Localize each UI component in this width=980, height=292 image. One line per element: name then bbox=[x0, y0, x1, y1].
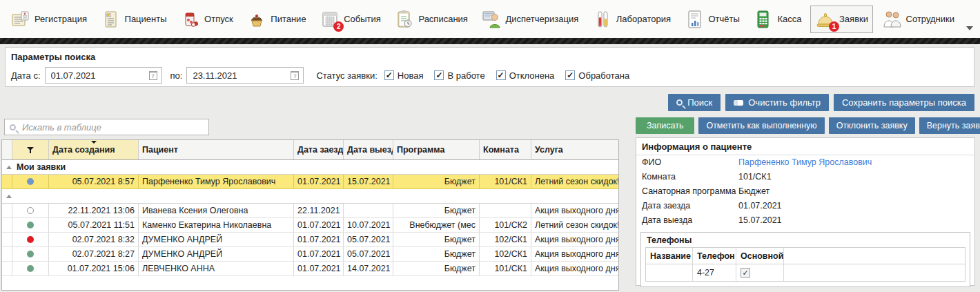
table-search-field[interactable] bbox=[4, 119, 209, 135]
table-cell: 05.07.2021 bbox=[344, 247, 393, 261]
table-cell: ЛЕВЧЕНКО АННА bbox=[139, 262, 294, 275]
table-cell: Акция выходного дня bbox=[531, 204, 619, 217]
table-header-service[interactable]: Услуга bbox=[531, 140, 619, 159]
toolbar-item-patients[interactable]: Пациенты bbox=[96, 6, 172, 33]
table-header-status[interactable] bbox=[12, 140, 49, 159]
field-label: Санаторная программа bbox=[642, 186, 738, 197]
calendar-picker-icon[interactable] bbox=[291, 71, 299, 80]
search-params-title: Параметры поиска bbox=[6, 48, 974, 62]
collapse-triangle-icon[interactable] bbox=[6, 166, 12, 169]
calendar-picker-icon[interactable] bbox=[149, 71, 157, 80]
table-row[interactable]: 22.11.2021 13:06Иванева Ксения Олеговна2… bbox=[2, 204, 618, 218]
column-title: Комната bbox=[483, 145, 519, 155]
search-params-row: Дата с: по: Статус заявки: ✓Новая✓В рабо… bbox=[11, 67, 974, 84]
status-cell bbox=[12, 262, 49, 275]
toolbar-item-bell[interactable]: 1Заявки bbox=[810, 6, 873, 33]
status-checkbox[interactable]: ✓Новая bbox=[384, 70, 424, 81]
table-row[interactable]: 05.07.2021 11:51Каменко Екатерина Никола… bbox=[2, 218, 618, 233]
reject-request-button[interactable]: Отклонить заявку bbox=[829, 117, 915, 134]
table-row[interactable]: 01.07.2021 15:06ЛЕВЧЕНКО АННА01.07.20211… bbox=[2, 262, 618, 276]
mark-completed-button[interactable]: Отметить как выполненную bbox=[698, 117, 824, 134]
status-checkbox[interactable]: ✓В работе bbox=[434, 70, 484, 81]
toolbar-item-label: Расписания bbox=[418, 14, 467, 24]
table-cell bbox=[2, 175, 12, 188]
table-cell: Бюджет bbox=[393, 175, 480, 188]
field-value: 15.07.2021 bbox=[738, 215, 782, 226]
patient-name-link[interactable]: Парфененко Тимур Ярославович bbox=[738, 157, 872, 168]
toolbar-item-registration[interactable]: Регистрация bbox=[6, 6, 92, 33]
clear-filter-button[interactable]: Очистить фильтр bbox=[725, 94, 829, 111]
table-cell: ДУМЕНКО АНДРЕЙ bbox=[139, 247, 294, 261]
table-header-room[interactable]: Комната bbox=[480, 140, 531, 159]
column-title: Услуга bbox=[535, 145, 563, 155]
search-icon bbox=[676, 99, 683, 106]
table-header-created[interactable]: Дата создания bbox=[49, 140, 139, 159]
date-to-input[interactable] bbox=[191, 70, 274, 81]
search-button[interactable]: Поиск bbox=[668, 94, 721, 111]
phones-row[interactable]: 4-27✓ bbox=[646, 264, 965, 281]
table-cell bbox=[2, 262, 12, 275]
status-checkbox[interactable]: ✓Обработана bbox=[565, 70, 629, 81]
table-row[interactable]: 02.07.2021 8:32ДУМЕНКО АНДРЕЙ01.07.20210… bbox=[2, 233, 618, 247]
cash-register-icon bbox=[753, 9, 774, 30]
toolbar-item-label: События bbox=[344, 14, 381, 24]
food-icon bbox=[246, 9, 267, 30]
collapse-triangle-icon[interactable] bbox=[6, 195, 12, 198]
patient-info-field: Дата выезда15.07.2021 bbox=[636, 213, 974, 228]
pills-icon bbox=[180, 9, 201, 30]
status-dot-green bbox=[27, 265, 34, 272]
toolbar-item-staff[interactable]: Сотрудники bbox=[877, 6, 959, 33]
checkbox-icon[interactable]: ✓ bbox=[384, 70, 394, 80]
date-from-field[interactable] bbox=[45, 67, 162, 84]
phone-main-cell: ✓ bbox=[736, 264, 784, 281]
table-cell: Бюджет bbox=[393, 262, 480, 275]
field-value: Бюджет bbox=[738, 186, 770, 197]
patient-info-field: Комната101/СК1 bbox=[636, 170, 974, 184]
checkbox-icon[interactable]: ✓ bbox=[434, 70, 444, 80]
table-group-row[interactable]: Мои заявки bbox=[2, 160, 618, 175]
table-cell: 05.07.2021 8:57 bbox=[49, 175, 139, 188]
toolbar-item-schedule[interactable]: Расписания bbox=[389, 6, 472, 33]
table-group-row[interactable] bbox=[2, 189, 618, 204]
checkbox-icon[interactable]: ✓ bbox=[565, 70, 575, 80]
main-phone-checkbox[interactable]: ✓ bbox=[741, 268, 750, 278]
field-value: 101/СК1 bbox=[738, 171, 772, 183]
date-to-field[interactable] bbox=[186, 67, 304, 84]
table-header-program[interactable]: Программа bbox=[393, 140, 480, 159]
status-cell bbox=[12, 175, 49, 188]
phones-header-cell: Название bbox=[646, 248, 693, 264]
toolbar-item-cash-register[interactable]: Касса bbox=[748, 6, 806, 33]
filter-icon[interactable] bbox=[27, 147, 34, 153]
return-request-button[interactable]: Вернуть заявку bbox=[919, 117, 980, 134]
toolbar-item-reports[interactable]: Отчёты bbox=[680, 6, 745, 33]
status-checkbox[interactable]: ✓Отклонена bbox=[496, 70, 555, 81]
chevron-down-icon[interactable] bbox=[966, 26, 973, 30]
reports-icon bbox=[685, 9, 705, 30]
table-row[interactable]: 05.07.2021 8:57Парфененко Тимур Ярославо… bbox=[2, 175, 618, 189]
table-cell bbox=[2, 218, 12, 232]
toolbar-item-lab[interactable]: Лаборатория bbox=[587, 6, 676, 33]
group-label: Мои заявки bbox=[17, 162, 66, 172]
toolbar-item-calendar[interactable]: 2События bbox=[315, 6, 386, 33]
table-row[interactable]: 02.07.2021 8:27ДУМЕНКО АНДРЕЙ01.07.20210… bbox=[2, 247, 618, 262]
date-from-input[interactable] bbox=[50, 70, 133, 81]
checkbox-icon[interactable]: ✓ bbox=[496, 70, 506, 80]
table-cell: Бюджет bbox=[393, 233, 480, 246]
toolbar-item-label: Заявки bbox=[839, 14, 868, 24]
table-header-patient[interactable]: Пациент bbox=[139, 140, 294, 159]
table-cell: Бюджет bbox=[393, 204, 480, 217]
date-to-label: по: bbox=[170, 70, 183, 81]
save-record-button[interactable]: Записать bbox=[636, 117, 694, 134]
table-header-depart[interactable]: Дата выезда bbox=[344, 140, 393, 159]
status-dot-hollow bbox=[27, 207, 34, 214]
table-search-input[interactable] bbox=[21, 121, 204, 133]
checkbox-label: Новая bbox=[398, 70, 424, 81]
requests-table: Дата созданияПациентДата заездаДата выез… bbox=[1, 139, 619, 291]
status-cell bbox=[12, 233, 49, 246]
save-search-params-button[interactable]: Сохранить параметры поиска bbox=[834, 94, 974, 111]
table-header-arrive[interactable]: Дата заезда bbox=[294, 140, 344, 159]
toolbar-item-food[interactable]: Питание bbox=[242, 6, 311, 33]
toolbar-item-pills[interactable]: Отпуск bbox=[175, 6, 238, 33]
toolbar-item-dispatch[interactable]: Диспетчеризация bbox=[476, 6, 583, 33]
table-cell: 10.07.2021 bbox=[344, 218, 393, 232]
